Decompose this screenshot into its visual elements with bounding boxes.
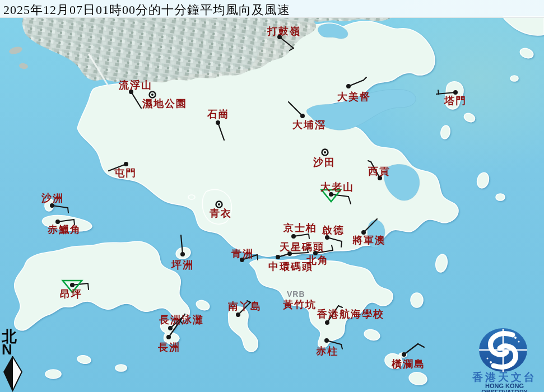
station-dot bbox=[325, 320, 329, 325]
station-dot bbox=[129, 90, 133, 94]
hko-name-chinese: 香港天文台 bbox=[465, 372, 544, 382]
station-dot bbox=[325, 235, 329, 240]
hko-name-english: HONG KONG OBSERVATORY bbox=[465, 383, 544, 392]
wind-map-app: 流浮山濕地公園打鼓嶺石崗大美督塔門大埔滘沙田西貢屯門沙洲赤鱲角大老山青衣京士柏啟… bbox=[0, 0, 544, 392]
station-dot bbox=[313, 251, 318, 255]
station-dot bbox=[55, 220, 60, 224]
station-dot bbox=[50, 203, 54, 208]
hko-logo: 香港天文台 HONG KONG OBSERVATORY bbox=[465, 326, 544, 392]
station-dot bbox=[378, 176, 382, 180]
station-dot bbox=[361, 230, 366, 235]
station-dot bbox=[453, 90, 458, 95]
station-dot bbox=[276, 255, 280, 259]
station-dot bbox=[124, 162, 128, 166]
station-dot bbox=[300, 114, 305, 118]
station-dot bbox=[324, 338, 329, 343]
station-dot bbox=[216, 120, 220, 125]
station-dot bbox=[329, 192, 333, 197]
station-dot bbox=[168, 326, 173, 330]
station-dot bbox=[70, 283, 75, 287]
station-dot bbox=[346, 84, 351, 88]
station-dot bbox=[291, 234, 296, 239]
title-bar: 2025年12月07日01時00分的十分鐘平均風向及風速 bbox=[0, 0, 544, 18]
hong-kong-map bbox=[0, 0, 544, 392]
station-dot bbox=[402, 352, 406, 357]
station-dot bbox=[166, 335, 171, 339]
station-dot bbox=[236, 312, 240, 317]
north-indicator: 北 N bbox=[2, 329, 29, 392]
station-dot bbox=[277, 35, 282, 39]
station-dot bbox=[180, 252, 185, 256]
map-title: 2025年12月07日01時00分的十分鐘平均風向及風速 bbox=[3, 2, 290, 18]
north-arrow-icon bbox=[2, 356, 24, 392]
station-dot bbox=[240, 258, 244, 262]
